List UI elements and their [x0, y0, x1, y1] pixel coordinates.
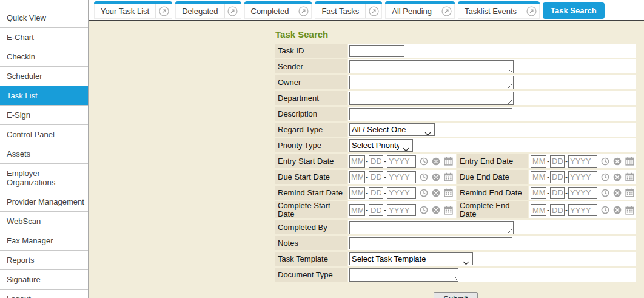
due-start-date-month-input[interactable] — [349, 171, 365, 183]
remind-end-date-day-input[interactable] — [550, 187, 565, 199]
remind-start-date-day-input[interactable] — [369, 187, 383, 199]
tab-task-search[interactable]: Task Search — [543, 2, 605, 19]
due-start-date-calendar-button[interactable] — [444, 172, 453, 181]
sidebar-item-provider-management[interactable]: Provider Management — [0, 192, 88, 212]
tab-popout-button[interactable] — [295, 4, 311, 18]
owner-textarea[interactable] — [349, 76, 514, 89]
sidebar-item-scheduler[interactable]: Scheduler — [0, 67, 88, 86]
tab-popout-button[interactable] — [155, 4, 172, 18]
complete-start-date-clear-button[interactable] — [432, 206, 440, 214]
priority-type-select[interactable]: Select Priority — [349, 139, 413, 152]
due-end-date-day-input[interactable] — [550, 171, 565, 183]
sender-textarea[interactable] — [349, 60, 514, 73]
complete-start-date-day-input[interactable] — [369, 204, 383, 216]
complete-start-date-calendar-button[interactable] — [444, 206, 453, 215]
entry-end-date-calendar-button[interactable] — [625, 157, 634, 166]
field-label-task-template: Task Template — [275, 252, 347, 266]
tab-completed[interactable]: Completed — [244, 1, 312, 19]
complete-end-date-year-input[interactable] — [568, 204, 597, 216]
completed-by-textarea[interactable] — [349, 221, 514, 234]
entry-start-date-clear-button[interactable] — [432, 157, 440, 166]
sidebar-item-task-list[interactable]: Task List — [0, 86, 88, 106]
complete-end-date-clear-button[interactable] — [613, 206, 622, 214]
entry-end-date-year-input[interactable] — [568, 155, 597, 168]
entry-end-date-day-input[interactable] — [550, 155, 565, 168]
tab-your-task-list[interactable]: Your Task List — [94, 1, 172, 19]
tab-tasklist-events[interactable]: Tasklist Events — [458, 1, 540, 19]
sidebar-item-logout[interactable]: Logout — [0, 290, 88, 298]
clock-icon — [601, 173, 609, 181]
entry-start-date-day-input[interactable] — [369, 155, 383, 168]
complete-end-date-day-input[interactable] — [550, 204, 565, 216]
clear-icon — [432, 189, 440, 197]
remind-end-date-year-input[interactable] — [568, 187, 597, 199]
sidebar-item-assets[interactable]: Assets — [0, 144, 88, 164]
tab-popout-button[interactable] — [224, 4, 241, 18]
sidebar-item-quick-view[interactable]: Quick View — [0, 8, 88, 28]
due-start-date-clock-button[interactable] — [420, 173, 428, 181]
due-start-date-day-input[interactable] — [369, 171, 383, 183]
sidebar-item-signature[interactable]: Signature — [0, 270, 88, 290]
remind-start-date-clear-button[interactable] — [432, 189, 440, 197]
sidebar-item-e-sign[interactable]: E-Sign — [0, 106, 88, 125]
document-type-textarea[interactable] — [349, 268, 458, 282]
complete-start-date-month-input[interactable] — [349, 204, 365, 216]
remind-end-date-clear-button[interactable] — [613, 189, 622, 197]
tab-popout-button[interactable] — [365, 4, 381, 18]
sidebar-item-reports[interactable]: Reports — [0, 251, 88, 270]
due-end-date-year-input[interactable] — [568, 171, 597, 183]
due-end-date-clear-button[interactable] — [613, 173, 622, 181]
description-input[interactable] — [349, 108, 512, 120]
tab-popout-button[interactable] — [438, 4, 454, 18]
tab-fast-tasks[interactable]: Fast Tasks — [315, 1, 382, 19]
entry-end-date-clock-button[interactable] — [601, 157, 609, 166]
date-separator: - — [547, 173, 549, 181]
remind-end-date-month-input[interactable] — [531, 187, 546, 199]
tab-all-pending[interactable]: All Pending — [385, 1, 455, 19]
field-cell — [348, 44, 636, 58]
submit-button[interactable]: Submit — [434, 292, 477, 298]
remind-start-date-month-input[interactable] — [349, 187, 365, 199]
entry-start-date-month-input[interactable] — [349, 155, 365, 168]
open-in-new-icon — [227, 6, 238, 16]
department-textarea[interactable] — [349, 92, 514, 105]
remind-end-date-clock-button[interactable] — [601, 189, 609, 197]
due-start-date-year-input[interactable] — [387, 171, 416, 183]
form-row-task-template: Task TemplateSelect Task Template — [275, 252, 636, 266]
complete-end-date-month-input[interactable] — [531, 204, 546, 216]
due-end-date-month-input[interactable] — [531, 171, 546, 183]
sidebar-item-employer-organizations[interactable]: Employer Organizations — [0, 164, 88, 192]
due-end-date-calendar-button[interactable] — [625, 172, 634, 181]
entry-end-date-month-input[interactable] — [531, 155, 546, 168]
sidebar-item-control-panel[interactable]: Control Panel — [0, 125, 88, 144]
sidebar-item-webscan[interactable]: WebScan — [0, 212, 88, 231]
regard-type-select[interactable]: All / Select One — [349, 123, 435, 136]
sidebar-item-fax-manager[interactable]: Fax Manager — [0, 231, 88, 251]
tab-popout-button[interactable] — [523, 4, 539, 18]
task-template-select[interactable]: Select Task Template — [349, 252, 473, 265]
remind-start-date-year-input[interactable] — [387, 187, 416, 199]
due-end-date-clock-button[interactable] — [601, 173, 609, 181]
tab-label: Fast Tasks — [315, 7, 365, 16]
remind-end-date-calendar-button[interactable] — [625, 188, 634, 197]
notes-input[interactable] — [349, 237, 512, 249]
field-label-priority-type: Priority Type — [275, 138, 347, 152]
remind-start-date-calendar-button[interactable] — [444, 188, 453, 197]
calendar-icon — [625, 206, 634, 215]
complete-start-date-year-input[interactable] — [387, 204, 416, 216]
entry-start-date-calendar-button[interactable] — [444, 157, 453, 166]
entry-start-date-clock-button[interactable] — [420, 157, 428, 166]
task-id-input[interactable] — [349, 45, 404, 57]
entry-end-date-clear-button[interactable] — [613, 157, 622, 166]
field-label-entry-end-date: Entry End Date — [457, 154, 528, 168]
due-start-date-clear-button[interactable] — [432, 173, 440, 181]
sidebar-item-checkin[interactable]: Checkin — [0, 47, 88, 67]
complete-start-date-clock-button[interactable] — [420, 206, 428, 214]
complete-end-date-clock-button[interactable] — [601, 206, 609, 214]
remind-start-date-clock-button[interactable] — [420, 189, 428, 197]
tab-delegated[interactable]: Delegated — [175, 1, 241, 19]
entry-start-date-year-input[interactable] — [387, 155, 416, 168]
date-separator: - — [366, 189, 368, 197]
sidebar-item-e-chart[interactable]: E-Chart — [0, 28, 88, 47]
complete-end-date-calendar-button[interactable] — [625, 206, 634, 215]
